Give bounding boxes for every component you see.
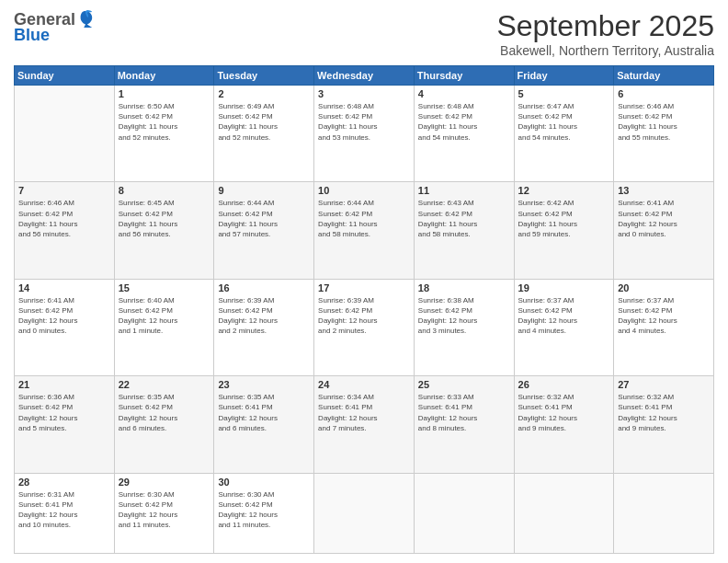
day-number: 11 — [418, 185, 510, 196]
day-number: 13 — [618, 185, 710, 196]
weekday-header-tuesday: Tuesday — [214, 66, 314, 86]
day-info: Sunrise: 6:40 AM Sunset: 6:42 PM Dayligh… — [119, 295, 210, 337]
location: Bakewell, Northern Territory, Australia — [496, 43, 714, 58]
logo-bird-icon — [77, 9, 94, 29]
calendar-cell: 20Sunrise: 6:37 AM Sunset: 6:42 PM Dayli… — [614, 279, 714, 375]
day-info: Sunrise: 6:39 AM Sunset: 6:42 PM Dayligh… — [318, 295, 410, 337]
calendar-week-row: 1Sunrise: 6:50 AM Sunset: 6:42 PM Daylig… — [15, 86, 714, 182]
day-info: Sunrise: 6:41 AM Sunset: 6:42 PM Dayligh… — [618, 198, 710, 239]
weekday-header-wednesday: Wednesday — [314, 66, 415, 86]
calendar-header-row: SundayMondayTuesdayWednesdayThursdayFrid… — [15, 66, 714, 86]
day-number: 30 — [218, 477, 310, 488]
day-info: Sunrise: 6:39 AM Sunset: 6:42 PM Dayligh… — [218, 295, 310, 337]
day-info: Sunrise: 6:33 AM Sunset: 6:41 PM Dayligh… — [418, 392, 510, 433]
day-number: 6 — [618, 88, 710, 99]
day-number: 24 — [318, 379, 410, 390]
calendar-cell: 6Sunrise: 6:46 AM Sunset: 6:42 PM Daylig… — [614, 86, 714, 182]
day-info: Sunrise: 6:30 AM Sunset: 6:42 PM Dayligh… — [218, 489, 310, 531]
calendar-cell: 27Sunrise: 6:32 AM Sunset: 6:41 PM Dayli… — [614, 376, 714, 473]
weekday-header-friday: Friday — [514, 66, 614, 86]
calendar-cell: 29Sunrise: 6:30 AM Sunset: 6:42 PM Dayli… — [114, 473, 214, 553]
day-info: Sunrise: 6:31 AM Sunset: 6:41 PM Dayligh… — [18, 489, 110, 531]
calendar-cell: 21Sunrise: 6:36 AM Sunset: 6:42 PM Dayli… — [15, 376, 115, 473]
page: General Blue September 2025 Bakewell, No… — [0, 0, 728, 563]
title-block: September 2025 Bakewell, Northern Territ… — [496, 9, 714, 58]
calendar-cell: 30Sunrise: 6:30 AM Sunset: 6:42 PM Dayli… — [214, 473, 314, 553]
day-info: Sunrise: 6:43 AM Sunset: 6:42 PM Dayligh… — [418, 198, 510, 239]
day-info: Sunrise: 6:48 AM Sunset: 6:42 PM Dayligh… — [418, 101, 510, 143]
calendar-cell: 9Sunrise: 6:44 AM Sunset: 6:42 PM Daylig… — [214, 182, 314, 279]
calendar-cell: 8Sunrise: 6:45 AM Sunset: 6:42 PM Daylig… — [114, 182, 214, 279]
day-number: 25 — [418, 379, 510, 390]
day-info: Sunrise: 6:49 AM Sunset: 6:42 PM Dayligh… — [218, 101, 310, 143]
day-number: 8 — [119, 185, 210, 196]
day-number: 14 — [18, 282, 110, 293]
day-info: Sunrise: 6:45 AM Sunset: 6:42 PM Dayligh… — [119, 198, 210, 239]
day-info: Sunrise: 6:30 AM Sunset: 6:42 PM Dayligh… — [119, 489, 210, 531]
day-number: 21 — [18, 379, 110, 390]
calendar-cell — [15, 86, 115, 182]
day-info: Sunrise: 6:35 AM Sunset: 6:42 PM Dayligh… — [119, 392, 210, 433]
day-info: Sunrise: 6:37 AM Sunset: 6:42 PM Dayligh… — [618, 295, 710, 337]
day-number: 29 — [119, 477, 210, 488]
calendar-cell: 19Sunrise: 6:37 AM Sunset: 6:42 PM Dayli… — [514, 279, 614, 375]
calendar-cell: 7Sunrise: 6:46 AM Sunset: 6:42 PM Daylig… — [15, 182, 115, 279]
calendar-cell: 15Sunrise: 6:40 AM Sunset: 6:42 PM Dayli… — [114, 279, 214, 375]
calendar-cell — [414, 473, 514, 553]
calendar-week-row: 21Sunrise: 6:36 AM Sunset: 6:42 PM Dayli… — [15, 376, 714, 473]
day-info: Sunrise: 6:37 AM Sunset: 6:42 PM Dayligh… — [518, 295, 610, 337]
calendar-cell: 28Sunrise: 6:31 AM Sunset: 6:41 PM Dayli… — [15, 473, 115, 553]
calendar-cell: 25Sunrise: 6:33 AM Sunset: 6:41 PM Dayli… — [414, 376, 514, 473]
day-number: 17 — [318, 282, 410, 293]
day-number: 3 — [318, 88, 410, 99]
logo-text: General Blue — [14, 9, 94, 45]
day-number: 18 — [418, 282, 510, 293]
day-info: Sunrise: 6:32 AM Sunset: 6:41 PM Dayligh… — [618, 392, 710, 433]
calendar: SundayMondayTuesdayWednesdayThursdayFrid… — [14, 65, 714, 554]
day-number: 5 — [518, 88, 610, 99]
calendar-cell: 22Sunrise: 6:35 AM Sunset: 6:42 PM Dayli… — [114, 376, 214, 473]
header: General Blue September 2025 Bakewell, No… — [14, 9, 714, 58]
day-info: Sunrise: 6:44 AM Sunset: 6:42 PM Dayligh… — [318, 198, 410, 239]
weekday-header-sunday: Sunday — [15, 66, 115, 86]
day-info: Sunrise: 6:42 AM Sunset: 6:42 PM Dayligh… — [518, 198, 610, 239]
calendar-cell: 23Sunrise: 6:35 AM Sunset: 6:41 PM Dayli… — [214, 376, 314, 473]
calendar-cell: 12Sunrise: 6:42 AM Sunset: 6:42 PM Dayli… — [514, 182, 614, 279]
day-number: 23 — [218, 379, 310, 390]
calendar-cell — [514, 473, 614, 553]
calendar-cell: 4Sunrise: 6:48 AM Sunset: 6:42 PM Daylig… — [414, 86, 514, 182]
day-number: 27 — [618, 379, 710, 390]
day-info: Sunrise: 6:38 AM Sunset: 6:42 PM Dayligh… — [418, 295, 510, 337]
calendar-cell: 3Sunrise: 6:48 AM Sunset: 6:42 PM Daylig… — [314, 86, 415, 182]
calendar-cell: 2Sunrise: 6:49 AM Sunset: 6:42 PM Daylig… — [214, 86, 314, 182]
day-number: 4 — [418, 88, 510, 99]
day-number: 16 — [218, 282, 310, 293]
calendar-cell: 17Sunrise: 6:39 AM Sunset: 6:42 PM Dayli… — [314, 279, 415, 375]
day-number: 1 — [119, 88, 210, 99]
day-number: 26 — [518, 379, 610, 390]
day-info: Sunrise: 6:47 AM Sunset: 6:42 PM Dayligh… — [518, 101, 610, 143]
calendar-week-row: 7Sunrise: 6:46 AM Sunset: 6:42 PM Daylig… — [15, 182, 714, 279]
calendar-cell: 26Sunrise: 6:32 AM Sunset: 6:41 PM Dayli… — [514, 376, 614, 473]
month-title: September 2025 — [496, 9, 714, 43]
day-number: 2 — [218, 88, 310, 99]
calendar-cell — [314, 473, 415, 553]
calendar-cell — [614, 473, 714, 553]
calendar-cell: 16Sunrise: 6:39 AM Sunset: 6:42 PM Dayli… — [214, 279, 314, 375]
day-info: Sunrise: 6:48 AM Sunset: 6:42 PM Dayligh… — [318, 101, 410, 143]
day-info: Sunrise: 6:46 AM Sunset: 6:42 PM Dayligh… — [618, 101, 710, 143]
logo: General Blue — [14, 9, 94, 45]
weekday-header-saturday: Saturday — [614, 66, 714, 86]
day-number: 9 — [218, 185, 310, 196]
day-info: Sunrise: 6:41 AM Sunset: 6:42 PM Dayligh… — [18, 295, 110, 337]
calendar-cell: 10Sunrise: 6:44 AM Sunset: 6:42 PM Dayli… — [314, 182, 415, 279]
day-info: Sunrise: 6:36 AM Sunset: 6:42 PM Dayligh… — [18, 392, 110, 433]
day-number: 7 — [18, 185, 110, 196]
calendar-cell: 24Sunrise: 6:34 AM Sunset: 6:41 PM Dayli… — [314, 376, 415, 473]
day-info: Sunrise: 6:46 AM Sunset: 6:42 PM Dayligh… — [18, 198, 110, 239]
day-number: 12 — [518, 185, 610, 196]
calendar-cell: 14Sunrise: 6:41 AM Sunset: 6:42 PM Dayli… — [15, 279, 115, 375]
calendar-cell: 1Sunrise: 6:50 AM Sunset: 6:42 PM Daylig… — [114, 86, 214, 182]
day-number: 15 — [119, 282, 210, 293]
day-info: Sunrise: 6:34 AM Sunset: 6:41 PM Dayligh… — [318, 392, 410, 433]
